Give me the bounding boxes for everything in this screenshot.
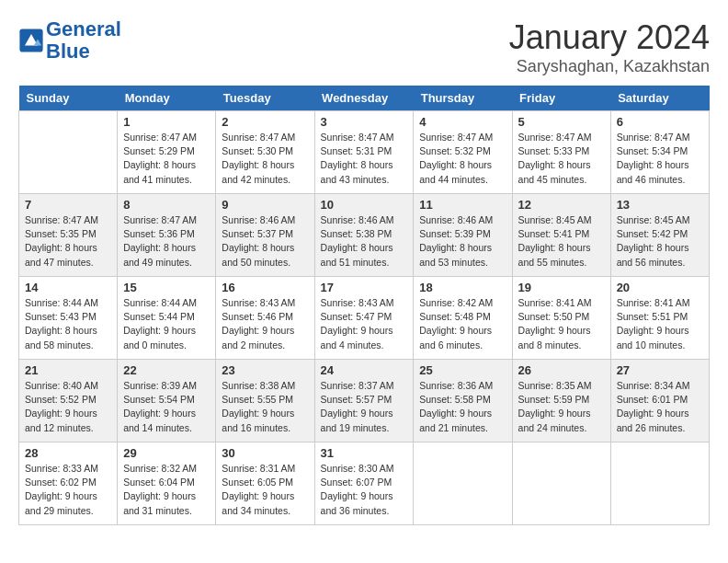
day-info: Sunrise: 8:41 AMSunset: 5:50 PMDaylight:… [518, 296, 605, 352]
day-number: 2 [222, 115, 308, 129]
day-info: Sunrise: 8:34 AMSunset: 6:01 PMDaylight:… [617, 379, 703, 435]
day-info: Sunrise: 8:33 AMSunset: 6:02 PMDaylight:… [25, 462, 111, 518]
day-info: Sunrise: 8:47 AMSunset: 5:30 PMDaylight:… [222, 131, 308, 187]
day-number: 26 [518, 363, 605, 377]
calendar-table: SundayMondayTuesdayWednesdayThursdayFrid… [18, 86, 710, 525]
day-number: 30 [222, 446, 308, 460]
calendar-cell: 1Sunrise: 8:47 AMSunset: 5:29 PMDaylight… [118, 111, 216, 194]
calendar-cell: 24Sunrise: 8:37 AMSunset: 5:57 PMDayligh… [314, 360, 414, 442]
month-title: January 2024 [509, 18, 710, 57]
calendar-cell: 27Sunrise: 8:34 AMSunset: 6:01 PMDayligh… [610, 360, 709, 442]
calendar-cell: 7Sunrise: 8:47 AMSunset: 5:35 PMDaylight… [19, 194, 118, 277]
day-number: 22 [123, 363, 210, 377]
day-number: 10 [321, 198, 408, 212]
calendar-cell: 26Sunrise: 8:35 AMSunset: 5:59 PMDayligh… [512, 360, 610, 442]
calendar-cell: 28Sunrise: 8:33 AMSunset: 6:02 PMDayligh… [19, 442, 118, 525]
day-info: Sunrise: 8:36 AMSunset: 5:58 PMDaylight:… [419, 379, 506, 435]
calendar-week-row: 21Sunrise: 8:40 AMSunset: 5:52 PMDayligh… [19, 360, 710, 442]
day-number: 25 [419, 363, 506, 377]
calendar-cell: 31Sunrise: 8:30 AMSunset: 6:07 PMDayligh… [314, 442, 414, 525]
calendar-cell [19, 111, 118, 194]
calendar-cell [512, 442, 610, 525]
day-number: 6 [617, 115, 703, 129]
weekday-header-thursday: Thursday [414, 86, 512, 111]
calendar-week-row: 7Sunrise: 8:47 AMSunset: 5:35 PMDaylight… [19, 194, 710, 277]
logo: General Blue [18, 18, 121, 63]
logo-text: General Blue [46, 18, 121, 63]
weekday-header-monday: Monday [118, 86, 216, 111]
calendar-cell: 9Sunrise: 8:46 AMSunset: 5:37 PMDaylight… [216, 194, 314, 277]
day-info: Sunrise: 8:31 AMSunset: 6:05 PMDaylight:… [222, 462, 308, 518]
calendar-cell: 17Sunrise: 8:43 AMSunset: 5:47 PMDayligh… [314, 277, 414, 360]
day-info: Sunrise: 8:43 AMSunset: 5:47 PMDaylight:… [321, 296, 408, 352]
day-info: Sunrise: 8:37 AMSunset: 5:57 PMDaylight:… [321, 379, 408, 435]
calendar-cell: 25Sunrise: 8:36 AMSunset: 5:58 PMDayligh… [414, 360, 512, 442]
day-info: Sunrise: 8:45 AMSunset: 5:42 PMDaylight:… [617, 213, 703, 270]
logo-icon [18, 28, 44, 53]
weekday-header-tuesday: Tuesday [216, 86, 314, 111]
calendar-cell: 2Sunrise: 8:47 AMSunset: 5:30 PMDaylight… [216, 111, 314, 194]
day-number: 29 [123, 446, 210, 460]
day-info: Sunrise: 8:47 AMSunset: 5:36 PMDaylight:… [123, 213, 210, 270]
title-block: January 2024 Saryshaghan, Kazakhstan [509, 18, 710, 76]
calendar-week-row: 14Sunrise: 8:44 AMSunset: 5:43 PMDayligh… [19, 277, 710, 360]
day-number: 31 [321, 446, 408, 460]
calendar-cell: 19Sunrise: 8:41 AMSunset: 5:50 PMDayligh… [512, 277, 610, 360]
page-header: General Blue January 2024 Saryshaghan, K… [18, 18, 710, 76]
day-number: 16 [222, 281, 308, 294]
calendar-cell: 6Sunrise: 8:47 AMSunset: 5:34 PMDaylight… [610, 111, 709, 194]
day-number: 19 [518, 281, 605, 294]
day-info: Sunrise: 8:40 AMSunset: 5:52 PMDaylight:… [25, 379, 111, 435]
day-info: Sunrise: 8:44 AMSunset: 5:43 PMDaylight:… [25, 296, 111, 352]
weekday-header-wednesday: Wednesday [314, 86, 414, 111]
day-number: 1 [123, 115, 210, 129]
day-info: Sunrise: 8:41 AMSunset: 5:51 PMDaylight:… [617, 296, 703, 352]
calendar-cell: 21Sunrise: 8:40 AMSunset: 5:52 PMDayligh… [19, 360, 118, 442]
day-number: 4 [419, 115, 506, 129]
calendar-cell [610, 442, 709, 525]
calendar-week-row: 28Sunrise: 8:33 AMSunset: 6:02 PMDayligh… [19, 442, 710, 525]
day-info: Sunrise: 8:44 AMSunset: 5:44 PMDaylight:… [123, 296, 210, 352]
calendar-cell: 4Sunrise: 8:47 AMSunset: 5:32 PMDaylight… [414, 111, 512, 194]
weekday-header-row: SundayMondayTuesdayWednesdayThursdayFrid… [19, 86, 710, 111]
day-number: 11 [419, 198, 506, 212]
day-info: Sunrise: 8:45 AMSunset: 5:41 PMDaylight:… [518, 213, 605, 270]
location-title: Saryshaghan, Kazakhstan [509, 57, 710, 76]
logo-line2: Blue [46, 40, 90, 63]
day-info: Sunrise: 8:47 AMSunset: 5:34 PMDaylight:… [617, 131, 703, 187]
day-number: 27 [617, 363, 703, 377]
calendar-week-row: 1Sunrise: 8:47 AMSunset: 5:29 PMDaylight… [19, 111, 710, 194]
day-number: 3 [321, 115, 408, 129]
day-number: 28 [25, 446, 111, 460]
day-info: Sunrise: 8:35 AMSunset: 5:59 PMDaylight:… [518, 379, 605, 435]
calendar-cell: 30Sunrise: 8:31 AMSunset: 6:05 PMDayligh… [216, 442, 314, 525]
calendar-cell: 5Sunrise: 8:47 AMSunset: 5:33 PMDaylight… [512, 111, 610, 194]
calendar-cell [414, 442, 512, 525]
day-number: 18 [419, 281, 506, 294]
day-info: Sunrise: 8:43 AMSunset: 5:46 PMDaylight:… [222, 296, 308, 352]
day-info: Sunrise: 8:32 AMSunset: 6:04 PMDaylight:… [123, 462, 210, 518]
day-number: 24 [321, 363, 408, 377]
day-number: 13 [617, 198, 703, 212]
calendar-cell: 3Sunrise: 8:47 AMSunset: 5:31 PMDaylight… [314, 111, 414, 194]
day-number: 8 [123, 198, 210, 212]
day-info: Sunrise: 8:46 AMSunset: 5:39 PMDaylight:… [419, 213, 506, 270]
calendar-cell: 20Sunrise: 8:41 AMSunset: 5:51 PMDayligh… [610, 277, 709, 360]
calendar-cell: 29Sunrise: 8:32 AMSunset: 6:04 PMDayligh… [118, 442, 216, 525]
calendar-cell: 12Sunrise: 8:45 AMSunset: 5:41 PMDayligh… [512, 194, 610, 277]
day-info: Sunrise: 8:47 AMSunset: 5:31 PMDaylight:… [321, 131, 408, 187]
day-info: Sunrise: 8:47 AMSunset: 5:32 PMDaylight:… [419, 131, 506, 187]
day-number: 7 [25, 198, 111, 212]
day-info: Sunrise: 8:46 AMSunset: 5:37 PMDaylight:… [222, 213, 308, 270]
calendar-cell: 16Sunrise: 8:43 AMSunset: 5:46 PMDayligh… [216, 277, 314, 360]
weekday-header-sunday: Sunday [19, 86, 118, 111]
calendar-cell: 10Sunrise: 8:46 AMSunset: 5:38 PMDayligh… [314, 194, 414, 277]
day-number: 5 [518, 115, 605, 129]
day-number: 20 [617, 281, 703, 294]
day-number: 21 [25, 363, 111, 377]
day-info: Sunrise: 8:39 AMSunset: 5:54 PMDaylight:… [123, 379, 210, 435]
day-number: 17 [321, 281, 408, 294]
calendar-cell: 15Sunrise: 8:44 AMSunset: 5:44 PMDayligh… [118, 277, 216, 360]
weekday-header-saturday: Saturday [610, 86, 709, 111]
calendar-cell: 14Sunrise: 8:44 AMSunset: 5:43 PMDayligh… [19, 277, 118, 360]
